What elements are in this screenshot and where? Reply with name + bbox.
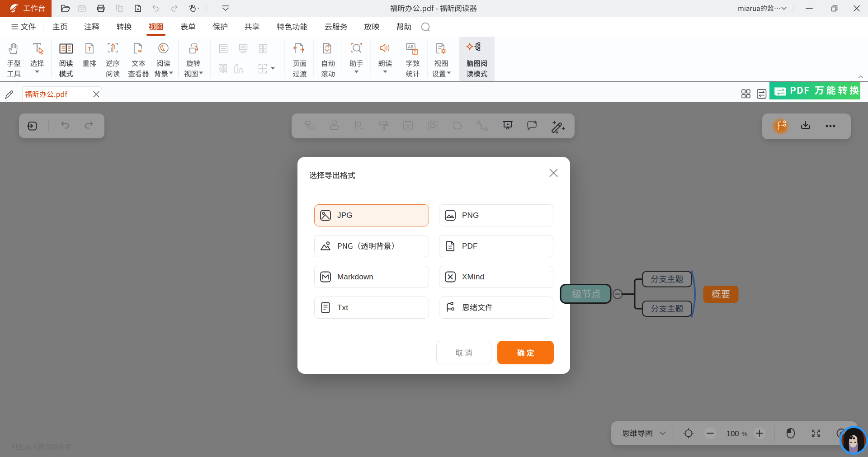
svg-text:%: % (742, 430, 747, 437)
svg-text:100: 100 (726, 429, 739, 438)
